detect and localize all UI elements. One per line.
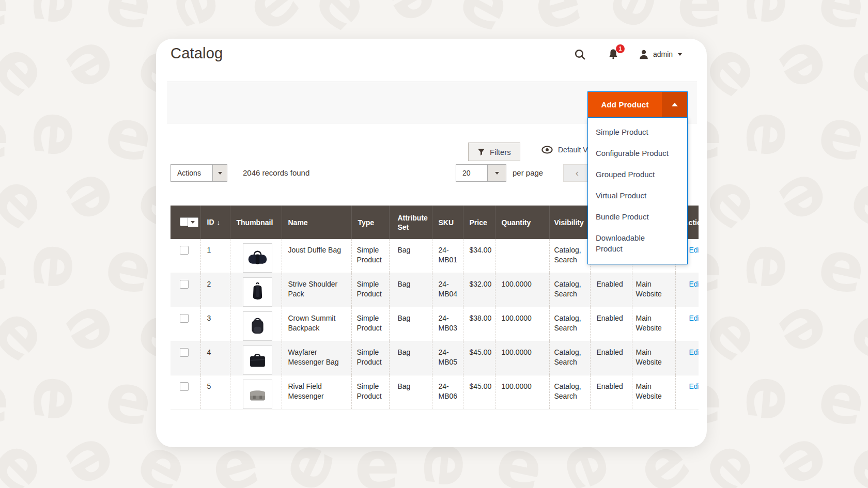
add-product-dropdown: Simple Product Configurable Product Grou… xyxy=(587,117,688,264)
cell-websites: Main Website xyxy=(632,273,675,307)
product-thumbnail xyxy=(243,277,272,307)
page-size-select[interactable]: 20 xyxy=(456,164,506,182)
cell-name: Crown Summit Backpack xyxy=(282,307,351,341)
cell-attribute-set: Bag xyxy=(389,239,432,273)
column-header-sku[interactable]: SKU xyxy=(432,206,463,239)
page-size-value: 20 xyxy=(456,165,487,181)
cell-price: $34.00 xyxy=(463,239,495,273)
row-checkbox[interactable] xyxy=(180,382,189,391)
edit-link[interactable]: Edit xyxy=(689,382,699,390)
sort-desc-icon: ↓ xyxy=(217,218,221,226)
select-all-checkbox xyxy=(180,217,188,226)
notifications-bell-icon[interactable]: 1 xyxy=(607,48,619,60)
magento-admin-screen: eeeeeeeeeeeeeeeeeeeeeeeeeeeeeeeeeeeeeeee… xyxy=(0,0,868,488)
row-checkbox[interactable] xyxy=(180,246,189,255)
table-row: 4 Wayfarer Messenger Bag Simp xyxy=(171,341,699,375)
cell-visibility: Catalog, Search xyxy=(549,307,590,341)
notification-badge: 1 xyxy=(616,44,625,53)
product-thumbnail xyxy=(243,380,272,409)
previous-page-button[interactable]: ‹ xyxy=(563,164,591,182)
cell-visibility: Catalog, Search xyxy=(549,341,590,375)
cell-status: Enabled xyxy=(590,375,632,410)
edit-link[interactable]: Edit xyxy=(689,348,699,356)
add-product-label[interactable]: Add Product xyxy=(588,92,662,117)
field-messenger-image xyxy=(245,382,270,406)
cell-type: Simple Product xyxy=(351,375,389,410)
cell-type: Simple Product xyxy=(351,239,389,273)
column-header-thumbnail[interactable]: Thumbnail xyxy=(230,206,282,239)
row-checkbox[interactable] xyxy=(180,348,189,357)
eye-icon xyxy=(541,146,553,154)
cell-websites: Main Website xyxy=(632,375,675,410)
per-page-label: per page xyxy=(513,164,543,182)
cell-quantity xyxy=(495,239,549,273)
cell-status: Enabled xyxy=(590,273,632,307)
records-count: 2046 records found xyxy=(243,164,309,182)
filters-button[interactable]: Filters xyxy=(468,143,520,161)
cell-websites: Main Website xyxy=(632,307,675,341)
menu-item-grouped-product[interactable]: Grouped Product xyxy=(588,164,687,185)
filters-label: Filters xyxy=(490,148,511,156)
cell-id: 3 xyxy=(200,307,230,341)
column-header-price[interactable]: Price xyxy=(463,206,495,239)
cell-attribute-set: Bag xyxy=(389,307,432,341)
product-thumbnail xyxy=(243,311,272,341)
cell-attribute-set: Bag xyxy=(389,341,432,375)
table-row: 3 Crown Summit Backpack Simpl xyxy=(171,307,699,341)
cell-quantity: 100.0000 xyxy=(495,341,549,375)
chevron-down-icon xyxy=(495,172,499,175)
menu-item-configurable-product[interactable]: Configurable Product xyxy=(588,143,687,164)
page-title: Catalog xyxy=(171,45,223,62)
cell-visibility: Catalog, Search xyxy=(549,239,590,273)
edit-link[interactable]: Edit xyxy=(689,280,699,288)
filter-funnel-icon xyxy=(477,148,485,156)
column-header-attribute-set[interactable]: Attribute Set xyxy=(389,206,432,239)
cell-type: Simple Product xyxy=(351,307,389,341)
chevron-down-icon xyxy=(678,53,682,56)
cell-price: $32.00 xyxy=(463,273,495,307)
actions-select-value: Actions xyxy=(171,165,212,181)
table-row: 2 Strive Shoulder Pack Simple xyxy=(171,273,699,307)
header-actions: 1 admin xyxy=(574,47,682,61)
chevron-up-icon xyxy=(672,103,678,106)
add-product-button[interactable]: Add Product xyxy=(587,91,688,117)
row-checkbox[interactable] xyxy=(180,314,189,323)
backpack-image xyxy=(245,314,270,338)
column-header-visibility[interactable]: Visibility xyxy=(549,206,590,239)
row-checkbox[interactable] xyxy=(180,280,189,289)
edit-link[interactable]: Edit xyxy=(689,246,699,254)
edit-link[interactable]: Edit xyxy=(689,314,699,322)
content-panel: Catalog 1 admin xyxy=(156,39,707,447)
add-product-toggle[interactable] xyxy=(662,92,687,117)
admin-user-menu[interactable]: admin xyxy=(638,49,682,60)
actions-select[interactable]: Actions xyxy=(171,164,227,182)
cell-name: Wayfarer Messenger Bag xyxy=(282,341,351,375)
column-header-id[interactable]: ID↓ xyxy=(200,206,230,239)
cell-websites: Main Website xyxy=(632,341,675,375)
cell-type: Simple Product xyxy=(351,341,389,375)
menu-item-virtual-product[interactable]: Virtual Product xyxy=(588,185,687,206)
column-header-name[interactable]: Name xyxy=(282,206,351,239)
cell-price: $45.00 xyxy=(463,341,495,375)
duffle-bag-image xyxy=(245,246,270,270)
cell-name: Strive Shoulder Pack xyxy=(282,273,351,307)
cell-id: 4 xyxy=(200,341,230,375)
page-size-arrow xyxy=(487,165,506,181)
chevron-down-icon xyxy=(218,172,222,175)
messenger-bag-image xyxy=(245,348,270,372)
cell-id: 5 xyxy=(200,375,230,410)
cell-visibility: Catalog, Search xyxy=(549,375,590,410)
menu-item-simple-product[interactable]: Simple Product xyxy=(588,121,687,143)
cell-status: Enabled xyxy=(590,307,632,341)
cell-quantity: 100.0000 xyxy=(495,273,549,307)
cell-attribute-set: Bag xyxy=(389,375,432,410)
select-all-control[interactable] xyxy=(180,217,198,227)
column-header-quantity[interactable]: Quantity xyxy=(495,206,549,239)
cell-quantity: 100.0000 xyxy=(495,375,549,410)
menu-item-bundle-product[interactable]: Bundle Product xyxy=(588,206,687,227)
column-header-type[interactable]: Type xyxy=(351,206,389,239)
search-icon[interactable] xyxy=(574,48,586,61)
menu-item-downloadable-product[interactable]: Downloadable Product xyxy=(588,227,664,259)
product-thumbnail xyxy=(243,345,272,375)
actions-select-arrow xyxy=(212,165,227,181)
